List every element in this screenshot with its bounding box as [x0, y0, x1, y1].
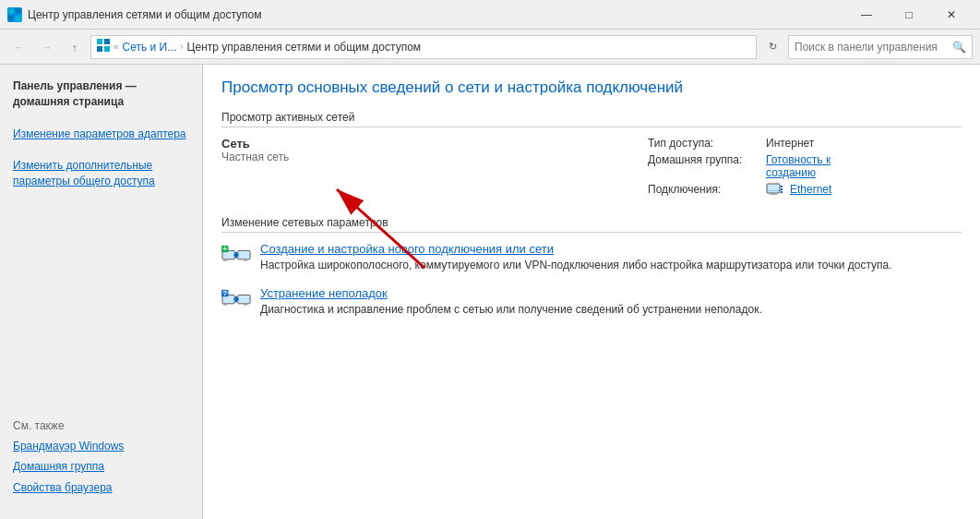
breadcrumb-bar: « Сеть и И... › Центр управления сетями … [90, 35, 757, 59]
network-details: Тип доступа: Интернет Домашняя группа: Г… [648, 137, 962, 201]
back-button[interactable]: ← [7, 35, 31, 59]
new-connection-item: + Создание и настройка нового подключени… [221, 242, 962, 273]
connection-icon [766, 183, 783, 196]
maximize-button[interactable]: □ [888, 0, 930, 30]
troubleshoot-desc: Диагностика и исправление проблем с сеть… [260, 302, 962, 318]
svg-rect-26 [223, 304, 228, 306]
svg-rect-4 [97, 39, 102, 44]
svg-rect-13 [781, 191, 783, 193]
close-button[interactable]: ✕ [930, 0, 973, 30]
svg-rect-15 [781, 186, 783, 187]
svg-rect-10 [767, 184, 780, 193]
breadcrumb-current: Центр управления сетями и общим доступом [187, 41, 422, 54]
new-connection-link[interactable]: Создание и настройка нового подключения … [260, 242, 962, 256]
svg-rect-14 [781, 188, 783, 190]
sidebar-also-label: См. также [0, 412, 202, 436]
svg-rect-2 [8, 16, 14, 21]
svg-rect-6 [97, 46, 102, 52]
connections-label: Подключения: [648, 183, 759, 196]
troubleshoot-text: Устранение неполадок Диагностика и испра… [260, 286, 962, 318]
up-button[interactable]: ↑ [63, 35, 87, 59]
network-plus-icon: + [221, 245, 251, 269]
search-bar: 🔍 [788, 35, 973, 59]
svg-rect-17 [223, 260, 228, 261]
access-type-row: Тип доступа: Интернет [648, 137, 962, 150]
svg-rect-11 [770, 193, 777, 195]
svg-rect-5 [104, 39, 110, 44]
access-type-value: Интернет [766, 137, 814, 150]
breadcrumb-home-icon [97, 39, 110, 54]
new-connection-icon: + [221, 244, 251, 270]
window-controls: — □ ✕ [845, 0, 973, 30]
minimize-button[interactable]: — [845, 0, 888, 30]
breadcrumb-sep-2: › [180, 42, 183, 52]
svg-rect-27 [238, 295, 250, 303]
network-info: Сеть Частная сеть [221, 137, 648, 201]
svg-rect-7 [104, 46, 110, 52]
change-settings-label: Изменение сетевых параметров [221, 216, 962, 233]
home-group-label: Домашняя группа: [648, 153, 759, 166]
sidebar-firewall-link[interactable]: Брандмауэр Windows [0, 436, 202, 457]
svg-text:?: ? [222, 289, 227, 297]
main-container: Панель управления —домашняя страница Изм… [0, 65, 980, 519]
search-input[interactable] [795, 41, 949, 54]
home-group-value[interactable]: Готовность ксозданию [766, 153, 831, 179]
content-area: Просмотр основных сведений о сети и наст… [203, 65, 980, 519]
svg-rect-0 [8, 8, 14, 14]
connections-value[interactable]: Ethernet [790, 183, 831, 196]
troubleshoot-icon: ? [221, 288, 251, 314]
troubleshoot-item: ? Устранение неполадок Диагностика и исп… [221, 286, 962, 318]
addressbar: ← → ↑ « Сеть и И... › Центр управления с… [0, 30, 980, 65]
svg-rect-12 [768, 190, 781, 191]
new-connection-text: Создание и настройка нового подключения … [260, 242, 962, 273]
refresh-button[interactable]: ↻ [760, 35, 784, 59]
window-title: Центр управления сетями и общим доступом [28, 8, 845, 21]
sidebar-homegroup-link[interactable]: Домашняя группа [0, 456, 202, 477]
svg-rect-19 [244, 260, 248, 261]
breadcrumb-sep-1: « [114, 42, 119, 52]
svg-rect-28 [244, 304, 248, 306]
breadcrumb-network[interactable]: Сеть и И... [123, 41, 177, 54]
search-icon[interactable]: 🔍 [952, 41, 966, 54]
forward-button[interactable]: → [35, 35, 59, 59]
svg-text:+: + [223, 245, 228, 253]
sidebar-home-link: Панель управления —домашняя страница [0, 76, 202, 113]
sidebar-sharing-link[interactable]: Изменить дополнительные параметры общего… [0, 155, 202, 192]
connections-row: Подключения: Ethernet [648, 183, 962, 196]
svg-rect-3 [16, 16, 21, 21]
network-type: Частная сеть [221, 151, 639, 163]
home-group-row: Домашняя группа: Готовность ксозданию [648, 153, 962, 179]
active-networks-section: Сеть Частная сеть Тип доступа: Интернет … [221, 137, 962, 201]
monitor-icon [766, 183, 783, 196]
troubleshoot-icon-svg: ? [221, 289, 251, 313]
sidebar: Панель управления —домашняя страница Изм… [0, 65, 203, 519]
svg-rect-18 [238, 251, 250, 260]
new-connection-desc: Настройка широкополосного, коммутируемог… [260, 258, 962, 273]
sidebar-browser-link[interactable]: Свойства браузера [0, 477, 202, 499]
access-type-label: Тип доступа: [648, 137, 759, 150]
active-networks-label: Просмотр активных сетей [221, 111, 962, 127]
sidebar-adapter-link[interactable]: Изменение параметров адаптера [0, 124, 202, 145]
app-icon [7, 7, 22, 22]
troubleshoot-link[interactable]: Устранение неполадок [260, 286, 962, 300]
page-title: Просмотр основных сведений о сети и наст… [221, 78, 962, 98]
svg-rect-1 [16, 8, 21, 14]
titlebar: Центр управления сетями и общим доступом… [0, 0, 980, 30]
change-settings-section: Изменение сетевых параметров + [221, 216, 962, 318]
network-name: Сеть [221, 137, 639, 151]
